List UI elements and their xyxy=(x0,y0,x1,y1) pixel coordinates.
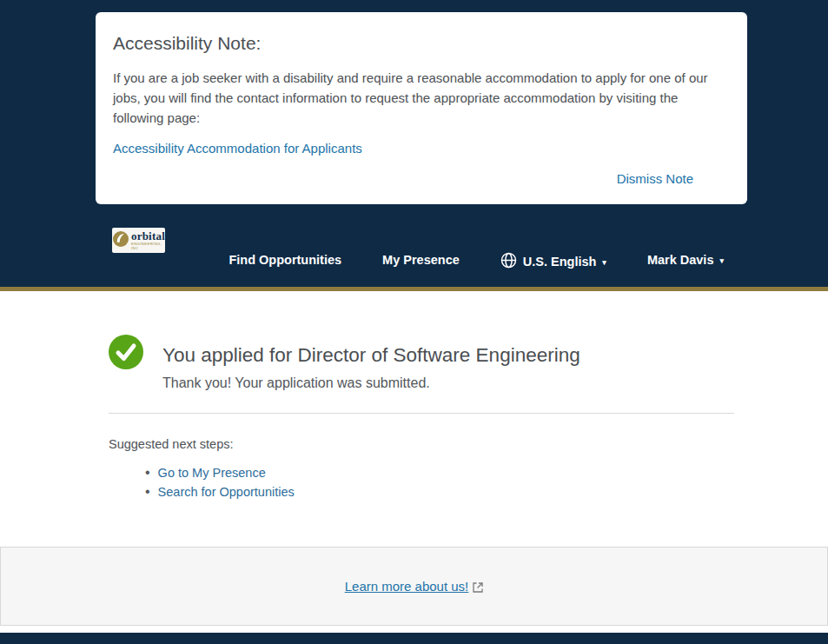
next-steps-list: Go to My Presence Search for Opportuniti… xyxy=(145,463,828,501)
chevron-down-icon: ▾ xyxy=(602,258,606,267)
logo-mark-icon xyxy=(112,230,129,251)
go-to-my-presence-link[interactable]: Go to My Presence xyxy=(158,466,266,480)
confirmation-subtext: Thank you! Your application was submitte… xyxy=(162,375,580,391)
note-body: If you are a job seeker with a disabilit… xyxy=(113,68,723,128)
search-for-opportunities-link[interactable]: Search for Opportunities xyxy=(158,485,295,499)
list-item: Go to My Presence xyxy=(145,463,828,482)
external-link-icon xyxy=(473,582,483,593)
list-item: Search for Opportunities xyxy=(145,482,828,501)
page: Accessibility Note: If you are a job see… xyxy=(0,0,828,644)
main-content: You applied for Director of Software Eng… xyxy=(0,291,828,547)
user-menu-dropdown[interactable]: Mark Davis ▾ xyxy=(647,253,724,267)
confirmation-row: You applied for Director of Software Eng… xyxy=(109,335,828,391)
learn-more-label: Learn more about us! xyxy=(345,579,469,594)
globe-icon xyxy=(500,252,517,269)
navbar: orbital ENGINEERING, INC Find Opportunit… xyxy=(0,204,828,287)
hero-section: Accessibility Note: If you are a job see… xyxy=(0,0,828,291)
nav-find-opportunities[interactable]: Find Opportunities xyxy=(229,253,341,267)
note-title: Accessibility Note: xyxy=(113,33,730,54)
dismiss-note-link[interactable]: Dismiss Note xyxy=(617,171,693,186)
footer: Learn more about us! xyxy=(0,547,828,626)
logo-subtext: ENGINEERING, INC xyxy=(131,242,165,249)
language-dropdown[interactable]: U.S. English ▾ xyxy=(500,253,606,269)
company-logo[interactable]: orbital ENGINEERING, INC xyxy=(112,228,165,253)
logo-text: orbital ENGINEERING, INC xyxy=(131,230,165,249)
user-name-label: Mark Davis xyxy=(647,253,714,267)
divider xyxy=(109,413,734,414)
language-label: U.S. English xyxy=(523,255,597,269)
learn-more-link[interactable]: Learn more about us! xyxy=(345,579,484,594)
confirmation-text: You applied for Director of Software Eng… xyxy=(162,335,580,391)
accessibility-accommodation-link[interactable]: Accessibility Accommodation for Applican… xyxy=(113,141,362,156)
chevron-down-icon: ▾ xyxy=(719,256,724,265)
nav-my-presence[interactable]: My Presence xyxy=(382,253,460,267)
bottom-navy-bar xyxy=(0,633,828,644)
nav-list: Find Opportunities My Presence U.S. Engl… xyxy=(229,253,724,287)
accessibility-note-card: Accessibility Note: If you are a job see… xyxy=(96,12,747,204)
next-steps-label: Suggested next steps: xyxy=(109,437,828,451)
logo-name: orbital xyxy=(131,230,165,242)
success-check-icon xyxy=(109,335,143,369)
confirmation-heading: You applied for Director of Software Eng… xyxy=(162,344,580,367)
bottom-spacer xyxy=(0,626,828,633)
dismiss-row: Dismiss Note xyxy=(113,171,730,187)
